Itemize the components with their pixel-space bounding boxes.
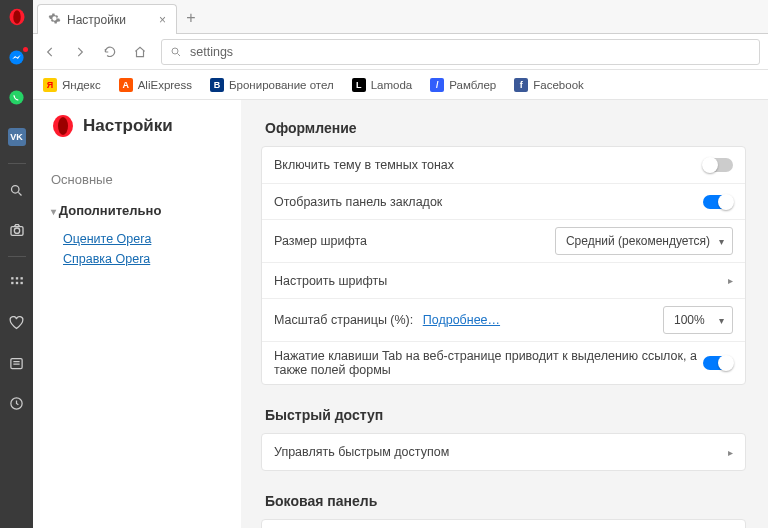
section-panel-title: Боковая панель bbox=[265, 493, 746, 509]
toggle-bookmarks-bar[interactable] bbox=[703, 195, 733, 209]
svg-point-18 bbox=[172, 48, 178, 54]
rail-separator bbox=[8, 256, 26, 257]
svg-rect-12 bbox=[15, 282, 17, 284]
address-bar[interactable]: settings bbox=[161, 39, 760, 65]
reload-button[interactable] bbox=[101, 45, 119, 59]
svg-rect-10 bbox=[20, 277, 22, 279]
select-font-size[interactable]: Средний (рекомендуется) bbox=[555, 227, 733, 255]
gear-icon bbox=[48, 12, 61, 28]
heart-icon[interactable] bbox=[0, 309, 33, 337]
svg-point-4 bbox=[12, 185, 20, 193]
svg-point-3 bbox=[9, 90, 23, 104]
settings-content: Оформление Включить тему в темных тонах … bbox=[241, 100, 768, 528]
history-icon[interactable] bbox=[0, 389, 33, 417]
row-manage-side-panel[interactable]: Управление боковой панелью ▸ bbox=[262, 520, 745, 528]
row-dark-theme: Включить тему в темных тонах bbox=[262, 147, 745, 183]
chevron-right-icon: ▸ bbox=[728, 447, 733, 458]
new-tab-button[interactable]: + bbox=[177, 3, 205, 33]
svg-point-7 bbox=[14, 228, 19, 233]
forward-button[interactable] bbox=[71, 45, 89, 59]
grid-icon[interactable] bbox=[0, 269, 33, 297]
opera-logo-icon[interactable] bbox=[8, 8, 26, 31]
close-icon[interactable]: × bbox=[159, 13, 166, 27]
section-speed-title: Быстрый доступ bbox=[265, 407, 746, 423]
nav-help-opera[interactable]: Справка Opera bbox=[63, 252, 241, 266]
page-title: Настройки bbox=[51, 114, 241, 138]
bookmark-label: AliExpress bbox=[138, 79, 192, 91]
section-design: Включить тему в темных тонах Отобразить … bbox=[261, 146, 746, 385]
bookmark-item[interactable]: ЯЯндекс bbox=[43, 78, 101, 92]
section-panel: Управление боковой панелью ▸ bbox=[261, 519, 746, 528]
whatsapp-icon[interactable] bbox=[0, 83, 33, 111]
section-design-title: Оформление bbox=[265, 120, 746, 136]
bookmark-favicon: L bbox=[352, 78, 366, 92]
svg-point-1 bbox=[13, 10, 21, 24]
svg-rect-11 bbox=[11, 282, 13, 284]
address-text: settings bbox=[190, 45, 233, 59]
home-button[interactable] bbox=[131, 45, 149, 59]
bookmark-label: Рамблер bbox=[449, 79, 496, 91]
bookmark-favicon: / bbox=[430, 78, 444, 92]
svg-line-5 bbox=[18, 192, 21, 195]
nav-basic[interactable]: Основные bbox=[51, 164, 241, 195]
nav-rate-opera[interactable]: Оцените Opera bbox=[63, 232, 241, 246]
toggle-dark-theme[interactable] bbox=[703, 158, 733, 172]
back-button[interactable] bbox=[41, 45, 59, 59]
camera-icon[interactable] bbox=[0, 216, 33, 244]
tab-strip: Настройки × + bbox=[33, 0, 768, 34]
toolbar: settings bbox=[33, 34, 768, 70]
bookmark-label: Яндекс bbox=[62, 79, 101, 91]
news-icon[interactable] bbox=[0, 349, 33, 377]
bookmark-item[interactable]: fFacebook bbox=[514, 78, 584, 92]
bookmark-favicon: A bbox=[119, 78, 133, 92]
settings-sidebar: Настройки Основные Дополнительно Оцените… bbox=[33, 100, 241, 528]
svg-rect-13 bbox=[20, 282, 22, 284]
row-bookmarks-bar: Отобразить панель закладок bbox=[262, 183, 745, 219]
search-icon[interactable] bbox=[0, 176, 33, 204]
svg-line-19 bbox=[178, 53, 181, 56]
svg-point-21 bbox=[58, 117, 68, 135]
section-speed: Управлять быстрым доступом ▸ bbox=[261, 433, 746, 471]
bookmark-favicon: Я bbox=[43, 78, 57, 92]
bookmark-favicon: B bbox=[210, 78, 224, 92]
nav-advanced[interactable]: Дополнительно bbox=[51, 195, 241, 226]
bookmark-item[interactable]: AAliExpress bbox=[119, 78, 192, 92]
bookmark-label: Бронирование отел bbox=[229, 79, 334, 91]
svg-rect-8 bbox=[11, 277, 13, 279]
bookmark-label: Facebook bbox=[533, 79, 584, 91]
bookmark-item[interactable]: /Рамблер bbox=[430, 78, 496, 92]
bookmarks-bar: ЯЯндексAAliExpressBБронирование отелLLam… bbox=[33, 70, 768, 100]
select-page-zoom[interactable]: 100% bbox=[663, 306, 733, 334]
left-rail: VK bbox=[0, 0, 33, 528]
bookmark-label: Lamoda bbox=[371, 79, 413, 91]
svg-rect-9 bbox=[15, 277, 17, 279]
tab-title: Настройки bbox=[67, 13, 126, 27]
row-customize-fonts[interactable]: Настроить шрифты ▸ bbox=[262, 262, 745, 298]
row-font-size: Размер шрифта Средний (рекомендуется) bbox=[262, 219, 745, 262]
chevron-right-icon: ▸ bbox=[728, 275, 733, 286]
bookmark-item[interactable]: LLamoda bbox=[352, 78, 413, 92]
rail-separator bbox=[8, 163, 26, 164]
vk-icon[interactable]: VK bbox=[0, 123, 33, 151]
row-manage-speed-dial[interactable]: Управлять быстрым доступом ▸ bbox=[262, 434, 745, 470]
row-tab-highlight: Нажатие клавиши Tab на веб-странице прив… bbox=[262, 341, 745, 384]
toggle-tab-highlight[interactable] bbox=[703, 356, 733, 370]
zoom-more-link[interactable]: Подробнее… bbox=[423, 313, 500, 327]
bookmark-item[interactable]: BБронирование отел bbox=[210, 78, 334, 92]
messenger-icon[interactable] bbox=[0, 43, 33, 71]
search-icon bbox=[170, 46, 182, 58]
tab-settings[interactable]: Настройки × bbox=[37, 4, 177, 34]
row-page-zoom: Масштаб страницы (%): Подробнее… 100% bbox=[262, 298, 745, 341]
bookmark-favicon: f bbox=[514, 78, 528, 92]
